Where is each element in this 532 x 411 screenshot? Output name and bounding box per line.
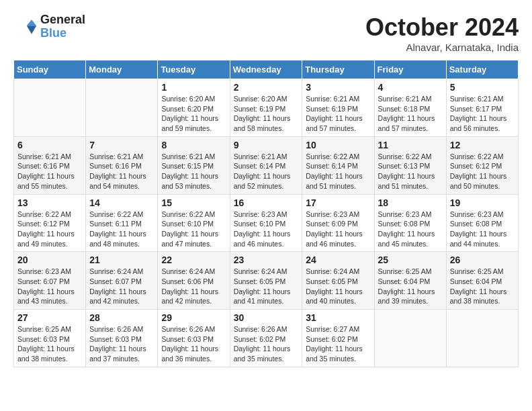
calendar-cell: 18Sunrise: 6:23 AMSunset: 6:08 PMDayligh… bbox=[374, 194, 446, 252]
calendar-cell: 28Sunrise: 6:26 AMSunset: 6:03 PMDayligh… bbox=[86, 310, 158, 367]
day-number: 27 bbox=[17, 312, 82, 323]
day-number: 18 bbox=[378, 197, 443, 208]
calendar-cell: 13Sunrise: 6:22 AMSunset: 6:12 PMDayligh… bbox=[14, 194, 86, 252]
day-info: Sunrise: 6:20 AMSunset: 6:20 PMDaylight:… bbox=[161, 94, 226, 134]
day-number: 25 bbox=[378, 255, 443, 265]
day-number: 3 bbox=[306, 82, 370, 93]
day-info: Sunrise: 6:22 AMSunset: 6:12 PMDaylight:… bbox=[17, 210, 82, 249]
day-info: Sunrise: 6:21 AMSunset: 6:18 PMDaylight:… bbox=[378, 94, 443, 134]
day-number: 8 bbox=[161, 140, 226, 150]
calendar-table: SundayMondayTuesdayWednesdayThursdayFrid… bbox=[13, 60, 519, 367]
calendar-cell: 19Sunrise: 6:23 AMSunset: 6:08 PMDayligh… bbox=[446, 194, 518, 252]
calendar-cell: 10Sunrise: 6:22 AMSunset: 6:14 PMDayligh… bbox=[302, 136, 374, 194]
day-number: 22 bbox=[161, 255, 226, 265]
day-number: 28 bbox=[89, 312, 154, 323]
day-number: 5 bbox=[450, 82, 515, 93]
day-info: Sunrise: 6:26 AMSunset: 6:03 PMDaylight:… bbox=[161, 324, 226, 364]
day-info: Sunrise: 6:21 AMSunset: 6:14 PMDaylight:… bbox=[234, 152, 299, 191]
weekday-header: Friday bbox=[374, 60, 446, 79]
day-number: 10 bbox=[306, 140, 370, 150]
logo: General Blue bbox=[13, 13, 85, 40]
day-number: 12 bbox=[450, 140, 515, 150]
calendar-cell: 7Sunrise: 6:21 AMSunset: 6:16 PMDaylight… bbox=[86, 136, 158, 194]
calendar-cell bbox=[86, 79, 158, 137]
calendar-cell: 24Sunrise: 6:24 AMSunset: 6:05 PMDayligh… bbox=[302, 252, 374, 310]
day-number: 9 bbox=[234, 140, 299, 150]
day-number: 11 bbox=[378, 140, 443, 150]
day-info: Sunrise: 6:20 AMSunset: 6:19 PMDaylight:… bbox=[234, 94, 299, 134]
day-info: Sunrise: 6:26 AMSunset: 6:03 PMDaylight:… bbox=[89, 324, 154, 364]
calendar-week-row: 6Sunrise: 6:21 AMSunset: 6:16 PMDaylight… bbox=[14, 136, 519, 194]
calendar-cell: 4Sunrise: 6:21 AMSunset: 6:18 PMDaylight… bbox=[374, 79, 446, 137]
calendar-cell: 23Sunrise: 6:24 AMSunset: 6:05 PMDayligh… bbox=[230, 252, 302, 310]
location: Alnavar, Karnataka, India bbox=[365, 42, 519, 53]
calendar-cell: 3Sunrise: 6:21 AMSunset: 6:19 PMDaylight… bbox=[302, 79, 374, 137]
calendar-cell: 31Sunrise: 6:27 AMSunset: 6:02 PMDayligh… bbox=[302, 310, 374, 367]
calendar-cell: 8Sunrise: 6:21 AMSunset: 6:15 PMDaylight… bbox=[158, 136, 230, 194]
day-info: Sunrise: 6:24 AMSunset: 6:05 PMDaylight:… bbox=[234, 267, 299, 306]
day-number: 6 bbox=[17, 140, 82, 150]
day-info: Sunrise: 6:22 AMSunset: 6:11 PMDaylight:… bbox=[89, 210, 154, 249]
calendar-cell: 20Sunrise: 6:23 AMSunset: 6:07 PMDayligh… bbox=[14, 252, 86, 310]
calendar-week-row: 13Sunrise: 6:22 AMSunset: 6:12 PMDayligh… bbox=[14, 194, 519, 252]
day-number: 29 bbox=[161, 312, 226, 323]
weekday-header: Sunday bbox=[14, 60, 86, 79]
calendar-cell bbox=[14, 79, 86, 137]
day-number: 20 bbox=[17, 255, 82, 265]
day-number: 30 bbox=[234, 312, 299, 323]
calendar-cell: 25Sunrise: 6:25 AMSunset: 6:04 PMDayligh… bbox=[374, 252, 446, 310]
day-number: 19 bbox=[450, 197, 515, 208]
day-number: 21 bbox=[89, 255, 154, 265]
calendar-cell: 6Sunrise: 6:21 AMSunset: 6:16 PMDaylight… bbox=[14, 136, 86, 194]
day-info: Sunrise: 6:27 AMSunset: 6:02 PMDaylight:… bbox=[306, 324, 370, 364]
logo-text-line1: General bbox=[40, 13, 85, 27]
calendar-cell bbox=[446, 310, 518, 367]
calendar-cell: 30Sunrise: 6:26 AMSunset: 6:02 PMDayligh… bbox=[230, 310, 302, 367]
day-info: Sunrise: 6:24 AMSunset: 6:07 PMDaylight:… bbox=[89, 267, 154, 306]
calendar-cell: 2Sunrise: 6:20 AMSunset: 6:19 PMDaylight… bbox=[230, 79, 302, 137]
day-info: Sunrise: 6:26 AMSunset: 6:02 PMDaylight:… bbox=[234, 324, 299, 364]
weekday-header: Monday bbox=[86, 60, 158, 79]
weekday-header: Wednesday bbox=[230, 60, 302, 79]
calendar-cell: 12Sunrise: 6:22 AMSunset: 6:12 PMDayligh… bbox=[446, 136, 518, 194]
day-info: Sunrise: 6:23 AMSunset: 6:08 PMDaylight:… bbox=[378, 210, 443, 249]
day-number: 14 bbox=[89, 197, 154, 208]
day-info: Sunrise: 6:23 AMSunset: 6:07 PMDaylight:… bbox=[17, 267, 82, 306]
month-title: October 2024 bbox=[365, 13, 519, 42]
page-header: General Blue October 2024 Alnavar, Karna… bbox=[13, 13, 519, 53]
calendar-week-row: 27Sunrise: 6:25 AMSunset: 6:03 PMDayligh… bbox=[14, 310, 519, 367]
calendar-week-row: 1Sunrise: 6:20 AMSunset: 6:20 PMDaylight… bbox=[14, 79, 519, 137]
calendar-cell bbox=[374, 310, 446, 367]
calendar-cell: 22Sunrise: 6:24 AMSunset: 6:06 PMDayligh… bbox=[158, 252, 230, 310]
calendar-cell: 9Sunrise: 6:21 AMSunset: 6:14 PMDaylight… bbox=[230, 136, 302, 194]
day-info: Sunrise: 6:21 AMSunset: 6:16 PMDaylight:… bbox=[89, 152, 154, 191]
day-number: 31 bbox=[306, 312, 370, 323]
day-info: Sunrise: 6:22 AMSunset: 6:12 PMDaylight:… bbox=[450, 152, 515, 191]
day-info: Sunrise: 6:25 AMSunset: 6:03 PMDaylight:… bbox=[17, 324, 82, 364]
day-number: 23 bbox=[234, 255, 299, 265]
calendar-cell: 5Sunrise: 6:21 AMSunset: 6:17 PMDaylight… bbox=[446, 79, 518, 137]
day-info: Sunrise: 6:21 AMSunset: 6:15 PMDaylight:… bbox=[161, 152, 226, 191]
day-number: 16 bbox=[234, 197, 299, 208]
calendar-cell: 16Sunrise: 6:23 AMSunset: 6:10 PMDayligh… bbox=[230, 194, 302, 252]
weekday-header: Thursday bbox=[302, 60, 374, 79]
day-info: Sunrise: 6:23 AMSunset: 6:10 PMDaylight:… bbox=[234, 210, 299, 249]
day-number: 7 bbox=[89, 140, 154, 150]
calendar-cell: 14Sunrise: 6:22 AMSunset: 6:11 PMDayligh… bbox=[86, 194, 158, 252]
day-info: Sunrise: 6:22 AMSunset: 6:13 PMDaylight:… bbox=[378, 152, 443, 191]
day-info: Sunrise: 6:21 AMSunset: 6:19 PMDaylight:… bbox=[306, 94, 370, 134]
day-number: 4 bbox=[378, 82, 443, 93]
day-info: Sunrise: 6:24 AMSunset: 6:05 PMDaylight:… bbox=[306, 267, 370, 306]
weekday-header: Tuesday bbox=[158, 60, 230, 79]
day-number: 24 bbox=[306, 255, 370, 265]
day-info: Sunrise: 6:24 AMSunset: 6:06 PMDaylight:… bbox=[161, 267, 226, 306]
weekday-header: Saturday bbox=[446, 60, 518, 79]
day-info: Sunrise: 6:25 AMSunset: 6:04 PMDaylight:… bbox=[450, 267, 515, 306]
calendar-cell: 29Sunrise: 6:26 AMSunset: 6:03 PMDayligh… bbox=[158, 310, 230, 367]
calendar-cell: 11Sunrise: 6:22 AMSunset: 6:13 PMDayligh… bbox=[374, 136, 446, 194]
calendar-week-row: 20Sunrise: 6:23 AMSunset: 6:07 PMDayligh… bbox=[14, 252, 519, 310]
day-number: 17 bbox=[306, 197, 370, 208]
day-info: Sunrise: 6:21 AMSunset: 6:16 PMDaylight:… bbox=[17, 152, 82, 191]
logo-text-line2: Blue bbox=[40, 27, 85, 40]
day-number: 1 bbox=[161, 82, 226, 93]
